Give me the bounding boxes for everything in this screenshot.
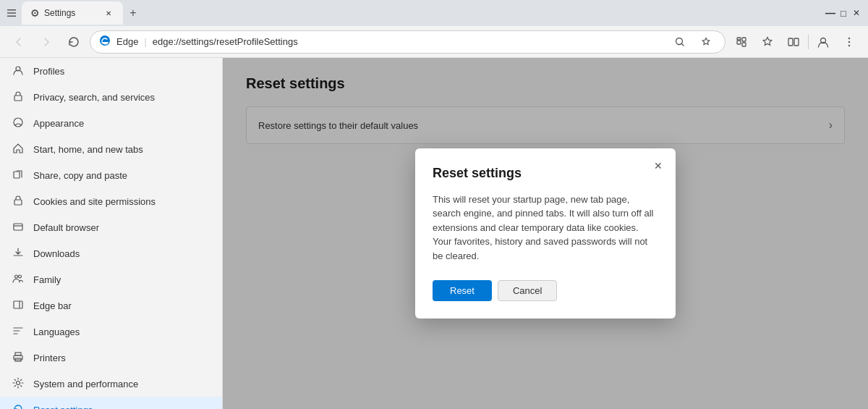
address-brand: Edge — [116, 36, 138, 47]
sidebar-printers-label: Printers — [33, 353, 66, 363]
cookies-icon — [12, 195, 25, 208]
svg-rect-19 — [14, 224, 22, 230]
reset-btn[interactable]: Reset — [433, 280, 492, 301]
svg-rect-6 — [742, 38, 746, 41]
sidebar-item-system[interactable]: System and performance — [0, 371, 222, 397]
reset-icon — [12, 403, 25, 410]
extensions-btn[interactable] — [730, 30, 753, 54]
svg-point-12 — [848, 37, 850, 38]
profile-btn[interactable] — [812, 30, 835, 54]
settings-tab[interactable]: ⚙ Settings ✕ — [22, 1, 123, 25]
svg-rect-16 — [14, 96, 22, 101]
more-btn[interactable] — [838, 30, 861, 54]
svg-rect-0 — [7, 9, 16, 11]
svg-rect-5 — [737, 41, 741, 44]
sidebar-reset-label: Reset settings — [33, 405, 93, 410]
sidebar-item-appearance[interactable]: Appearance — [0, 110, 222, 136]
search-icon-btn[interactable] — [670, 32, 690, 52]
sidebar-item-downloads[interactable]: Downloads — [0, 240, 222, 266]
reset-settings-dialog: ✕ Reset settings This will reset your st… — [415, 148, 676, 319]
minimize-btn[interactable]: — — [825, 7, 836, 19]
svg-rect-22 — [14, 301, 22, 308]
sidebar-item-cookies[interactable]: Cookies and site permissions — [0, 188, 222, 214]
back-btn[interactable] — [7, 30, 30, 54]
sidebar-item-languages[interactable]: Languages — [0, 319, 222, 345]
svg-rect-2 — [7, 16, 16, 17]
appearance-icon — [12, 117, 25, 130]
downloads-icon — [12, 247, 25, 261]
favorites-icon-btn[interactable] — [696, 32, 716, 52]
start-home-icon — [12, 143, 25, 156]
sidebar-default-browser-label: Default browser — [33, 222, 99, 233]
dialog-body: This will reset your startup page, new t… — [433, 193, 658, 263]
sidebar-item-printers[interactable]: Printers — [0, 345, 222, 371]
sidebar-family-label: Family — [33, 274, 61, 285]
profiles-icon — [12, 64, 25, 78]
toolbar-divider — [808, 35, 809, 49]
svg-rect-10 — [794, 38, 799, 46]
sidebar-share-copy-label: Share, copy and paste — [33, 170, 127, 181]
address-bar[interactable]: Edge | edge://settings/resetProfileSetti… — [90, 30, 726, 54]
svg-rect-8 — [737, 38, 741, 40]
sidebar-item-start-home[interactable]: Start, home, and new tabs — [0, 136, 222, 162]
sidebar: Profiles Privacy, search, and services A… — [0, 58, 223, 409]
titlebar-left: ⚙ Settings ✕ + — [6, 0, 143, 26]
address-separator: | — [144, 36, 146, 47]
sidebar-item-share-copy[interactable]: Share, copy and paste — [0, 162, 222, 188]
cancel-btn[interactable]: Cancel — [498, 280, 557, 301]
sidebar-profiles-label: Profiles — [33, 66, 64, 77]
sidebar-item-default-browser[interactable]: Default browser — [0, 214, 222, 240]
printers-icon — [12, 351, 25, 365]
family-icon — [12, 273, 25, 287]
toolbar: Edge | edge://settings/resetProfileSetti… — [0, 26, 868, 58]
sidebar-item-family[interactable]: Family — [0, 266, 222, 292]
close-btn[interactable]: ✕ — [851, 7, 862, 19]
sidebar-cookies-label: Cookies and site permissions — [33, 196, 156, 207]
svg-rect-1 — [7, 12, 16, 14]
svg-rect-18 — [14, 200, 22, 205]
svg-point-20 — [15, 275, 18, 278]
titlebar: ⚙ Settings ✕ + — □ ✕ — [0, 0, 868, 26]
sidebar-downloads-label: Downloads — [33, 248, 80, 259]
sidebar-item-reset[interactable]: Reset settings — [0, 397, 222, 409]
svg-point-13 — [848, 41, 850, 42]
languages-icon — [12, 325, 25, 339]
dialog-overlay: ✕ Reset settings This will reset your st… — [223, 58, 868, 409]
content-area: Reset settings Restore settings to their… — [223, 58, 868, 409]
toolbar-right — [730, 30, 861, 54]
default-browser-icon — [12, 221, 25, 235]
edge-logo-icon — [99, 35, 111, 49]
tab-close-btn[interactable]: ✕ — [103, 7, 114, 19]
new-tab-btn[interactable]: + — [123, 3, 143, 23]
sidebar-item-edge-bar[interactable]: Edge bar — [0, 292, 222, 319]
system-icon — [12, 377, 25, 391]
svg-rect-23 — [15, 353, 21, 355]
tab-title: Settings — [44, 8, 75, 18]
collections-btn[interactable] — [756, 30, 779, 54]
splitscreen-btn[interactable] — [782, 30, 805, 54]
tab-settings-icon: ⚙ — [30, 7, 40, 19]
dialog-close-btn[interactable]: ✕ — [650, 157, 667, 174]
share-copy-icon — [12, 169, 25, 182]
titlebar-controls: — □ ✕ — [825, 7, 862, 19]
edge-bar-icon — [12, 299, 25, 313]
address-url: edge://settings/resetProfileSettings — [153, 36, 664, 47]
sidebar-system-label: System and performance — [33, 379, 138, 389]
maximize-btn[interactable]: □ — [838, 7, 849, 19]
tab-bar: ⚙ Settings ✕ + — [22, 0, 143, 26]
refresh-btn[interactable] — [62, 30, 85, 54]
svg-rect-17 — [14, 172, 20, 178]
sidebar-appearance-label: Appearance — [33, 118, 84, 129]
privacy-icon — [12, 90, 25, 104]
sidebar-toggle-btn[interactable] — [6, 7, 17, 19]
svg-rect-7 — [742, 43, 746, 46]
sidebar-item-profiles[interactable]: Profiles — [0, 58, 222, 84]
sidebar-edge-bar-label: Edge bar — [33, 300, 72, 311]
main-layout: Profiles Privacy, search, and services A… — [0, 58, 868, 409]
forward-btn[interactable] — [35, 30, 58, 54]
sidebar-start-home-label: Start, home, and new tabs — [33, 144, 143, 155]
svg-point-21 — [19, 275, 22, 278]
dialog-buttons: Reset Cancel — [433, 280, 658, 301]
sidebar-privacy-label: Privacy, search, and services — [33, 92, 155, 103]
sidebar-item-privacy[interactable]: Privacy, search, and services — [0, 84, 222, 110]
